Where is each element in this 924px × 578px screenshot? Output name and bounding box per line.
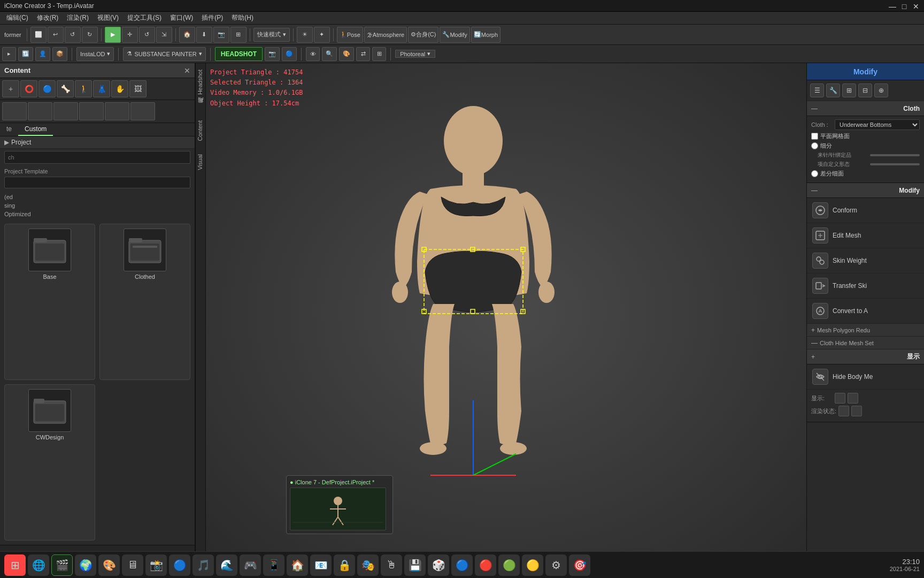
tb2-icon2[interactable]: 🔃: [18, 47, 33, 61]
tb2-color-btn[interactable]: 🎨: [339, 47, 354, 61]
tb2-icon4[interactable]: 📦: [52, 47, 67, 61]
thumb-btn-4[interactable]: [79, 102, 104, 120]
atmosphere-btn[interactable]: 🌫 Atmosphere: [364, 27, 407, 43]
taskbar-icon-1[interactable]: 🌐: [28, 554, 49, 576]
tb2-eye-btn[interactable]: 👁: [306, 47, 320, 61]
skin-weight-btn[interactable]: Skin Weight: [807, 248, 924, 273]
slider-1[interactable]: [870, 154, 920, 156]
menu-render[interactable]: 渲染(R): [63, 12, 93, 24]
taskbar-icon-16[interactable]: 🖱: [381, 554, 402, 576]
tb-select-btn[interactable]: ▶: [105, 27, 121, 43]
menu-help[interactable]: 帮助(H): [227, 12, 258, 24]
tb-sun-btn[interactable]: ☀: [297, 27, 313, 43]
card-base[interactable]: Base: [4, 224, 95, 380]
taskbar-icon-3[interactable]: 🌍: [75, 554, 96, 576]
icon-btn-circle[interactable]: ⭕: [20, 80, 37, 97]
quick-mode-dropdown[interactable]: 快速模式 ▾: [253, 28, 290, 42]
icon-btn-cloth[interactable]: 👗: [93, 80, 110, 97]
taskbar-icon-12[interactable]: 🏠: [287, 554, 308, 576]
search-input[interactable]: [4, 151, 190, 164]
iclone-popup[interactable]: ● iClone 7 - DefProject.iProject *: [286, 475, 393, 534]
conform-btn[interactable]: ⚙ 合身(C): [408, 27, 438, 43]
modify-btn[interactable]: 🔧 Modify: [440, 27, 469, 43]
display-icon-1[interactable]: [835, 393, 845, 404]
radio-2[interactable]: [811, 170, 818, 177]
taskbar-icon-15[interactable]: 🎭: [357, 554, 379, 576]
taskbar-icon-10[interactable]: 🎮: [240, 554, 261, 576]
side-tab-headshot[interactable]: Headshot: [196, 63, 205, 101]
thumb-btn-5[interactable]: [105, 102, 129, 120]
edit-mesh-btn[interactable]: Edit Mesh: [807, 223, 924, 248]
minimize-button[interactable]: —: [889, 2, 896, 10]
tb-star-btn[interactable]: ✦: [314, 27, 330, 43]
radio-1[interactable]: [811, 142, 818, 149]
mesh-polygon-header[interactable]: + Mesh Polygon Redu: [807, 324, 924, 337]
right-icon-5[interactable]: ⊕: [874, 83, 888, 97]
content-close-btn[interactable]: ✕: [184, 66, 190, 75]
tb-home-btn[interactable]: 🏠: [179, 27, 195, 43]
tb2-zoom-btn[interactable]: 🔍: [322, 47, 337, 61]
modify-section-header[interactable]: — Modify: [807, 183, 924, 198]
substance-dropdown[interactable]: ⚗ SUBSTANCE PAINTER ▾: [123, 47, 205, 61]
maximize-button[interactable]: □: [900, 2, 908, 10]
menu-window[interactable]: 窗口(W): [166, 12, 197, 24]
taskbar-icon-13[interactable]: 📧: [310, 554, 332, 576]
thumb-btn-1[interactable]: [2, 102, 27, 120]
hide-body-btn[interactable]: Hide Body Me: [807, 364, 924, 390]
icon-btn-pose[interactable]: ✋: [111, 80, 128, 97]
tb-rotate-btn[interactable]: ↺: [139, 27, 155, 43]
tb2-hs-icon1[interactable]: 📷: [265, 47, 280, 61]
tb2-icon3[interactable]: 👤: [35, 47, 50, 61]
right-icon-3[interactable]: ⊞: [842, 83, 856, 97]
icon-btn-figure[interactable]: 🚶: [75, 80, 92, 97]
taskbar-icon-17[interactable]: 💾: [404, 554, 426, 576]
pose-btn[interactable]: 🚶 Pose: [337, 27, 363, 43]
convert-btn[interactable]: Convert to A: [807, 299, 924, 324]
menu-view[interactable]: 视图(V): [93, 12, 123, 24]
thumb-btn-3[interactable]: [53, 102, 78, 120]
menu-submit[interactable]: 提交工具(S): [123, 12, 166, 24]
menu-modify[interactable]: 修改(R): [33, 12, 63, 24]
render-state-icon-1[interactable]: [838, 406, 849, 416]
instalod-dropdown[interactable]: InstaLOD ▾: [76, 47, 114, 61]
side-tab-layout[interactable]: 布局: [196, 101, 205, 114]
taskbar-icon-23[interactable]: ⚙: [545, 554, 567, 576]
menu-edit[interactable]: 编辑(C): [2, 12, 33, 24]
tb-icon-2[interactable]: ↩: [48, 27, 64, 43]
taskbar-icon-7[interactable]: 🔵: [169, 554, 190, 576]
template-input[interactable]: [4, 177, 190, 188]
photoreal-dropdown[interactable]: Photoreal ▾: [395, 50, 435, 58]
transfer-skin-btn[interactable]: Transfer Ski: [807, 273, 924, 299]
right-icon-1[interactable]: ☰: [810, 83, 824, 97]
menu-plugin[interactable]: 插件(P): [197, 12, 227, 24]
taskbar-icon-14[interactable]: 🔒: [334, 554, 355, 576]
tb-icon-4[interactable]: ↻: [82, 27, 98, 43]
tab-template[interactable]: te: [0, 123, 18, 136]
cloth-hide-mesh-header[interactable]: — Cloth Hide Mesh Set: [807, 337, 924, 349]
morph-btn[interactable]: 🔄 Morph: [471, 27, 500, 43]
icon-btn-add[interactable]: +: [2, 80, 19, 97]
taskbar-icon-8[interactable]: 🎵: [192, 554, 214, 576]
tb2-hs-icon2[interactable]: 🔵: [282, 47, 297, 61]
taskbar-icon-18[interactable]: 🎲: [428, 554, 449, 576]
taskbar-icon-21[interactable]: 🟢: [498, 554, 520, 576]
display-section-header[interactable]: + 显示: [807, 349, 924, 364]
slider-2[interactable]: [870, 163, 920, 165]
taskbar-icon-9[interactable]: 🌊: [216, 554, 237, 576]
taskbar-icon-5[interactable]: 🖥: [122, 554, 143, 576]
cloth-section-header[interactable]: — Cloth: [807, 101, 924, 116]
taskbar-icon-11[interactable]: 📱: [263, 554, 284, 576]
close-button[interactable]: ✕: [912, 2, 920, 10]
right-icon-2[interactable]: 🔧: [826, 83, 840, 97]
icon-btn-bone[interactable]: 🦴: [57, 80, 74, 97]
card-clothed[interactable]: Clothed: [99, 224, 190, 380]
taskbar-icon-22[interactable]: 🟡: [522, 554, 543, 576]
thumb-btn-2[interactable]: [28, 102, 52, 120]
project-row[interactable]: ▶ Project: [0, 136, 195, 149]
icon-btn-image[interactable]: 🖼: [129, 80, 147, 97]
icon-btn-mesh[interactable]: 🔵: [38, 80, 56, 97]
taskbar-icon-19[interactable]: 🔵: [451, 554, 473, 576]
thumb-btn-6[interactable]: [130, 102, 155, 120]
render-state-icon-2[interactable]: [851, 406, 862, 416]
tb-move-btn[interactable]: ✛: [122, 27, 138, 43]
